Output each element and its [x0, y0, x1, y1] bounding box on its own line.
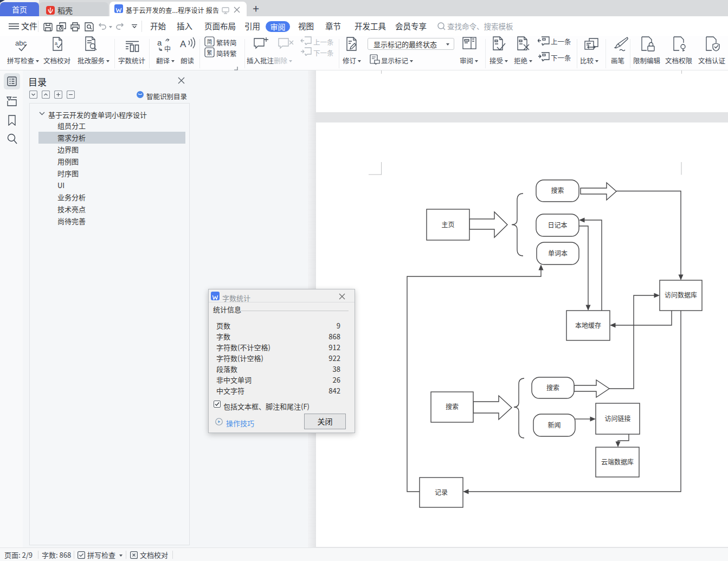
svg-text:记录: 记录 [435, 487, 448, 496]
svg-text:搜索: 搜索 [551, 185, 564, 195]
svg-text:繁: 繁 [207, 48, 212, 56]
svg-text:a: a [157, 38, 162, 47]
svg-text:访问数据库: 访问数据库 [665, 290, 697, 299]
svg-text:日记本: 日记本 [547, 220, 567, 229]
svg-text:搜索: 搜索 [446, 402, 459, 411]
svg-text:单词本: 单词本 [548, 248, 568, 257]
svg-text:a: a [55, 41, 57, 46]
svg-text:简: 简 [207, 37, 212, 46]
svg-text:访问链接: 访问链接 [604, 414, 630, 423]
svg-text:搜索: 搜索 [546, 383, 559, 392]
svg-text:主页: 主页 [441, 220, 454, 229]
svg-text:云端数据库: 云端数据库 [601, 457, 634, 466]
svg-text:A: A [180, 39, 186, 49]
svg-text:新闻: 新闻 [547, 420, 561, 429]
svg-text:本地缓存: 本地缓存 [575, 320, 601, 330]
svg-text:中: 中 [164, 44, 171, 52]
